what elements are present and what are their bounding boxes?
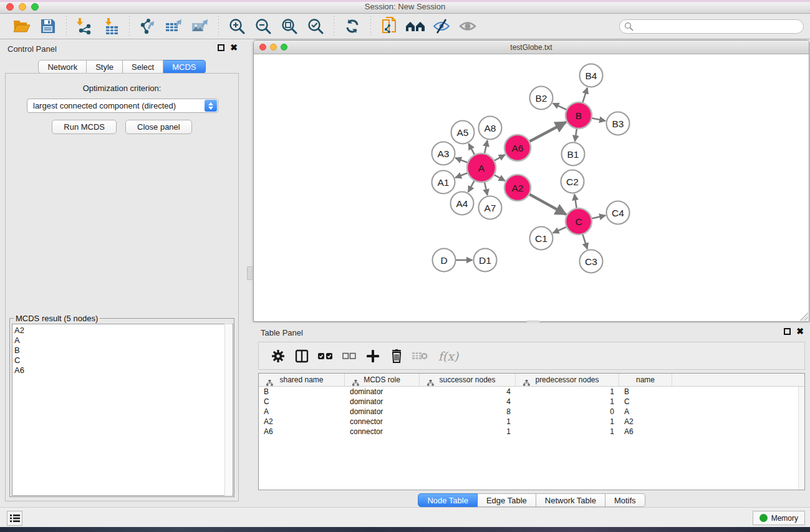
mcds-result-item[interactable]: C (14, 355, 233, 365)
criterion-dropdown[interactable]: largest connected component (directed) (27, 99, 218, 113)
search-input[interactable] (619, 19, 804, 34)
hide-selected-icon[interactable] (431, 16, 452, 37)
cell-successor-nodes[interactable]: 1 (420, 417, 516, 426)
tab-network-table[interactable]: Network Table (536, 493, 605, 507)
select-all-icon[interactable] (316, 347, 335, 365)
show-hidden-icon[interactable] (457, 16, 478, 37)
memory-button[interactable]: Memory (753, 511, 805, 525)
import-network-icon[interactable] (74, 16, 95, 37)
cell-successor-nodes[interactable]: 4 (420, 387, 516, 396)
task-history-button[interactable] (7, 511, 22, 526)
node-B3[interactable]: B3 (607, 112, 630, 135)
close-panel-button[interactable]: Close panel (125, 120, 192, 134)
cell-name[interactable]: A (619, 407, 672, 416)
deselect-all-icon[interactable] (340, 347, 359, 365)
table-row[interactable]: Cdominator41C (259, 397, 804, 407)
column-header-name[interactable]: name (619, 374, 672, 386)
cell-name[interactable]: C (619, 397, 672, 406)
mcds-result-list[interactable]: A2ABCA6 (12, 324, 233, 496)
node-A8[interactable]: A8 (479, 117, 502, 140)
cell-MCDS-role[interactable]: dominator (345, 407, 420, 416)
window-resize-gripper[interactable] (800, 312, 808, 321)
cell-successor-nodes[interactable]: 8 (420, 407, 516, 416)
table-row[interactable]: A6connector11A6 (259, 427, 804, 437)
network-canvas[interactable]: B4B2BB3A8A5A6A3B1AA1C2A2A4A7C4CC1DD1C3 (254, 54, 809, 321)
save-session-icon[interactable] (37, 16, 59, 37)
node-A[interactable]: A (467, 153, 496, 182)
cell-MCDS-role[interactable]: dominator (345, 387, 420, 396)
close-panel-icon[interactable]: ✖ (230, 44, 238, 51)
cell-name[interactable]: A6 (619, 427, 672, 436)
panel-divider-grip[interactable] (247, 266, 253, 280)
export-image-icon[interactable] (190, 16, 211, 37)
node-A2[interactable]: A2 (504, 175, 531, 201)
node-C4[interactable]: C4 (607, 201, 630, 225)
zoom-out-icon[interactable] (253, 16, 274, 37)
tab-network[interactable]: Network (38, 60, 87, 74)
node-A6[interactable]: A6 (504, 135, 531, 161)
column-header-predecessor-nodes[interactable]: predecessor nodes (516, 374, 619, 386)
node-B[interactable]: B (566, 102, 592, 128)
cell-name[interactable]: A2 (619, 417, 672, 426)
cell-name[interactable]: B (619, 387, 672, 396)
cell-successor-nodes[interactable]: 4 (420, 397, 516, 406)
tab-edge-table[interactable]: Edge Table (478, 493, 536, 507)
mcds-result-item[interactable]: A2 (14, 326, 233, 336)
cell-successor-nodes[interactable]: 1 (420, 427, 516, 436)
node-D[interactable]: D (433, 249, 456, 272)
tab-node-table[interactable]: Node Table (418, 493, 478, 507)
cell-shared-name[interactable]: B (259, 387, 345, 396)
column-header-shared-name[interactable]: shared name (259, 374, 345, 386)
node-A4[interactable]: A4 (451, 192, 474, 215)
export-network-icon[interactable] (137, 16, 158, 37)
delete-icon[interactable] (387, 347, 406, 365)
delete-table-icon[interactable] (411, 347, 430, 365)
zoom-in-icon[interactable] (226, 16, 248, 37)
cell-MCDS-role[interactable]: dominator (345, 397, 420, 406)
node-A3[interactable]: A3 (432, 142, 455, 165)
node-table[interactable]: shared nameMCDS rolesuccessor nodesprede… (258, 373, 805, 490)
run-mcds-button[interactable]: Run MCDS (52, 120, 117, 134)
tab-style[interactable]: Style (87, 60, 123, 74)
node-B4[interactable]: B4 (580, 64, 603, 87)
cell-predecessor-nodes[interactable]: 0 (516, 407, 619, 416)
column-header-MCDS-role[interactable]: MCDS role (345, 374, 420, 386)
dropdown-stepper-icon[interactable] (205, 100, 217, 112)
zoom-selected-icon[interactable] (305, 16, 326, 37)
close-table-panel-icon[interactable]: ✖ (796, 328, 804, 335)
cell-predecessor-nodes[interactable]: 1 (516, 427, 619, 436)
cell-shared-name[interactable]: A6 (259, 427, 345, 436)
node-C1[interactable]: C1 (530, 227, 553, 250)
node-D1[interactable]: D1 (474, 249, 497, 272)
node-C2[interactable]: C2 (561, 170, 584, 193)
gear-icon[interactable] (269, 347, 287, 365)
node-A7[interactable]: A7 (479, 196, 502, 220)
cell-shared-name[interactable]: A (259, 407, 345, 416)
mcds-result-item[interactable]: B (14, 346, 233, 355)
node-A1[interactable]: A1 (432, 171, 455, 194)
mcds-result-scrollbar[interactable] (224, 324, 232, 496)
mcds-result-item[interactable]: A (14, 336, 233, 346)
table-scrollbar[interactable] (798, 387, 804, 490)
cell-predecessor-nodes[interactable]: 1 (516, 417, 619, 426)
cell-shared-name[interactable]: C (259, 397, 345, 406)
show-networks-icon[interactable] (405, 16, 426, 37)
node-B1[interactable]: B1 (562, 143, 585, 166)
tab-select[interactable]: Select (123, 60, 163, 74)
cell-predecessor-nodes[interactable]: 1 (516, 387, 619, 396)
mcds-result-item[interactable]: A6 (14, 365, 233, 375)
column-header-successor-nodes[interactable]: successor nodes (420, 374, 516, 386)
tab-motifs[interactable]: Motifs (605, 493, 645, 507)
network-graph[interactable]: B4B2BB3A8A5A6A3B1AA1C2A2A4A7C4CC1DD1C3 (254, 54, 809, 321)
new-network-from-selection-icon[interactable] (378, 16, 400, 37)
node-C[interactable]: C (566, 208, 592, 235)
node-C3[interactable]: C3 (580, 250, 603, 273)
import-table-icon[interactable] (100, 16, 122, 37)
columns-icon[interactable] (292, 347, 311, 365)
refresh-icon[interactable] (342, 16, 363, 37)
network-window-titlebar[interactable]: testGlobe.txt (254, 41, 809, 54)
table-row[interactable]: A2connector11A2 (259, 417, 804, 427)
tab-mcds[interactable]: MCDS (163, 60, 205, 74)
cell-shared-name[interactable]: A2 (259, 417, 345, 426)
node-B2[interactable]: B2 (530, 87, 553, 110)
